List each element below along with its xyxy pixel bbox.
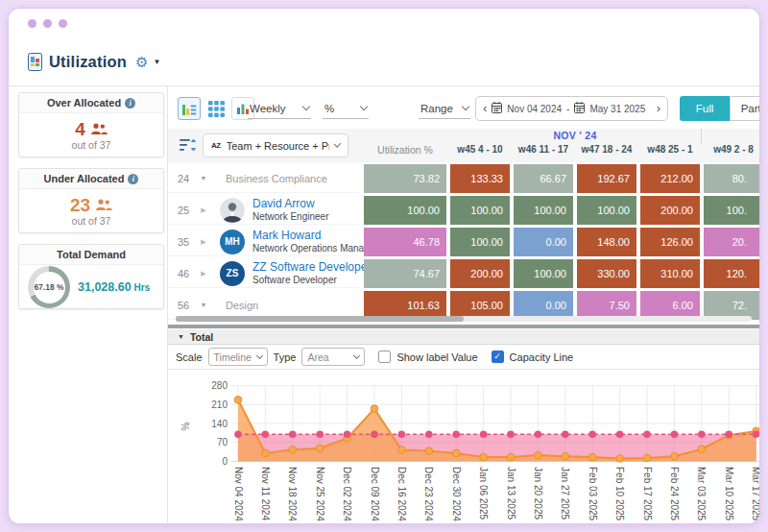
row-number: 24	[168, 173, 191, 184]
week-column-header: w49 2 - 8	[704, 144, 759, 155]
unit-select[interactable]: %	[323, 98, 369, 119]
panel-splitter[interactable]	[168, 325, 759, 328]
range-select[interactable]: Range	[419, 98, 470, 119]
data-point	[234, 397, 242, 404]
info-icon[interactable]: i	[128, 174, 138, 184]
over-allocated-title: Over Allocated	[47, 97, 121, 109]
resource-info: ZZ Software DeveloperSoftware Developer	[252, 260, 371, 286]
grouping-select[interactable]: AZ Team + Resource + Proj...	[203, 133, 348, 157]
x-tick-label: Dec 23 2024	[423, 467, 434, 521]
resource-role: Network Operations Manager	[252, 243, 378, 254]
week-value-cell: 100.00	[577, 196, 636, 225]
settings-gear-icon[interactable]: ⚙	[135, 55, 148, 69]
row-number: 56	[168, 300, 191, 311]
resource-name-link[interactable]: Mark Howard	[252, 229, 321, 242]
x-tick-label: Dec 09 2024	[370, 467, 380, 521]
capacity-point	[425, 430, 433, 438]
data-point	[671, 452, 679, 460]
show-label-checkbox[interactable]	[378, 351, 391, 363]
prev-period-button[interactable]: ‹	[483, 97, 487, 120]
avatar: MH	[220, 230, 245, 254]
settings-caret-icon[interactable]: ▼	[153, 58, 160, 66]
calendar-icon[interactable]	[492, 100, 502, 117]
y-tick-label: 70	[217, 437, 228, 447]
capacity-point	[289, 430, 297, 438]
type-label: Type	[274, 351, 297, 363]
resource-name-link[interactable]: ZZ Software Developer	[252, 260, 371, 274]
y-tick-label: 140	[211, 419, 228, 429]
expander-icon[interactable]: ▶	[191, 206, 216, 214]
data-point	[289, 446, 297, 453]
data-point	[371, 405, 378, 413]
group-name: Design	[216, 300, 258, 311]
demand-hours: 31,028.60	[78, 280, 132, 294]
demand-percent: 67.18 %	[34, 282, 63, 292]
x-tick-label: Nov 04 2024	[233, 467, 244, 521]
summary-sidebar: Over Allocated i 4 out of 37 Under Alloc…	[18, 92, 164, 320]
window-dot	[28, 19, 36, 28]
capacity-point	[371, 430, 378, 438]
main-panel: Weekly % Range ‹ Nov 04 2024 - May 31 20…	[168, 85, 759, 523]
week-value-cell: 100.	[704, 196, 759, 225]
scale-value: Timeline	[214, 351, 252, 363]
x-tick-label: Mar 03 2025	[696, 467, 707, 521]
data-point	[698, 446, 706, 453]
sort-az-icon: AZ	[211, 141, 221, 150]
expander-icon[interactable]: ▼	[191, 302, 216, 308]
horizontal-scrollbar[interactable]	[176, 316, 752, 322]
full-toggle-button[interactable]: Full	[680, 96, 730, 121]
under-allocated-title: Under Allocated	[44, 173, 125, 184]
over-allocated-card: Over Allocated i 4 out of 37	[18, 92, 164, 157]
chevron-down-icon	[255, 352, 262, 359]
over-allocated-sub: out of 37	[72, 139, 111, 151]
scrollbar-thumb[interactable]	[176, 316, 464, 322]
week-value-cell: 120.	[704, 259, 759, 288]
date-from[interactable]: Nov 04 2024	[507, 104, 562, 114]
utilization-cell: 100.00	[364, 196, 446, 225]
capacity-point	[480, 430, 488, 438]
week-value-cell: 20.	[704, 228, 759, 256]
row-left-pane: 35▶MHMark HowardNetwork Operations Manag…	[168, 228, 360, 256]
capacity-point	[234, 430, 242, 438]
sort-lines-icon[interactable]	[180, 138, 197, 156]
x-tick-label: Feb 10 2025	[614, 467, 625, 521]
data-point	[643, 454, 651, 462]
page-title: Utilization	[49, 53, 127, 71]
scale-select[interactable]: Timeline	[208, 348, 268, 366]
data-point	[535, 451, 542, 459]
type-select[interactable]: Area	[301, 348, 365, 366]
over-allocated-value: 4	[75, 121, 85, 138]
x-tick-label: Dec 02 2024	[342, 467, 352, 521]
partial-toggle-button[interactable]: Partial	[730, 96, 759, 121]
date-to[interactable]: May 31 2025	[589, 104, 645, 114]
data-point	[452, 449, 460, 457]
row-left-pane: 25▶David ArrowNetwork Engineer	[168, 196, 360, 225]
week-value-cell: 200.00	[640, 196, 700, 225]
avatar: ZS	[220, 261, 245, 286]
view-grid-button[interactable]	[204, 97, 228, 120]
info-icon[interactable]: i	[125, 98, 135, 109]
x-tick-label: Jan 20 2025	[533, 467, 543, 520]
calendar-icon[interactable]	[574, 100, 585, 117]
total-panel-header[interactable]: ▼ Total	[168, 329, 759, 345]
x-tick-label: Dec 16 2024	[396, 467, 407, 521]
expander-icon[interactable]: ▼	[191, 175, 216, 181]
collapse-caret-icon[interactable]: ▼	[178, 333, 184, 340]
expander-icon[interactable]: ▶	[191, 238, 216, 246]
chart-controls: Scale Timeline Type Area Show label Valu…	[168, 345, 759, 370]
x-tick-label: Feb 24 2025	[669, 467, 680, 521]
capacity-line-checkbox[interactable]: ✓	[492, 351, 504, 363]
capacity-point	[452, 430, 460, 438]
view-chart-list-button[interactable]	[178, 97, 201, 120]
week-value-cell: 148.00	[577, 228, 636, 256]
expander-icon[interactable]: ▶	[191, 270, 216, 278]
x-tick-label: Feb 17 2025	[642, 467, 653, 521]
week-value-cell: 100.00	[514, 196, 573, 225]
people-icon	[96, 199, 112, 211]
row-number: 25	[168, 205, 191, 216]
resource-name-link[interactable]: David Arrow	[252, 197, 315, 210]
next-period-button[interactable]: ›	[657, 97, 660, 120]
data-point	[562, 452, 569, 460]
period-select[interactable]: Weekly	[248, 98, 311, 119]
week-value-cell: 200.00	[450, 259, 510, 288]
